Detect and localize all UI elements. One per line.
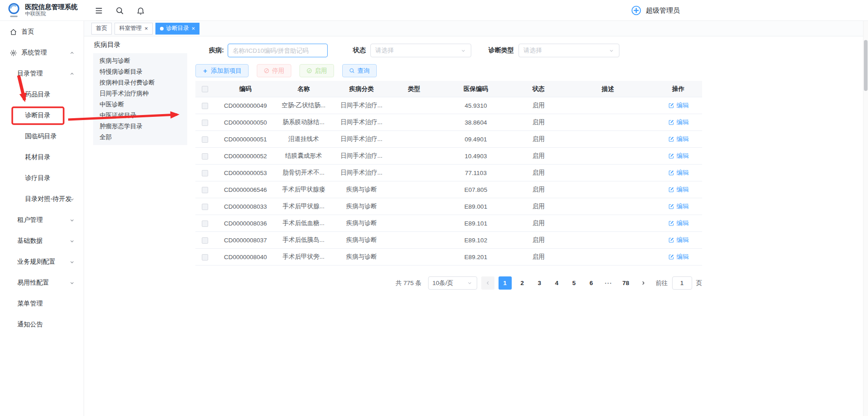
sidebar-item-label: 诊断目录: [25, 111, 50, 120]
bell-icon[interactable]: [136, 6, 145, 15]
row-checkbox[interactable]: [195, 119, 215, 125]
cell-code: CD0000000049: [215, 102, 276, 109]
edit-button[interactable]: 编辑: [668, 152, 689, 160]
close-icon[interactable]: ×: [145, 25, 148, 31]
sidebar-item-菜单管理[interactable]: 菜单管理: [0, 293, 84, 314]
edit-button[interactable]: 编辑: [668, 236, 689, 244]
catalog-item-特慢病诊断目录[interactable]: 特慢病诊断目录: [93, 66, 187, 77]
column-header-category: 疾病分类: [331, 85, 392, 93]
cell-category: 疾病与诊断: [331, 185, 392, 194]
catalog-item-日间手术治疗病种[interactable]: 日间手术治疗病种: [93, 88, 187, 99]
prev-page-button[interactable]: [481, 276, 494, 290]
page-button-5[interactable]: 5: [568, 276, 581, 290]
sidebar-item-目录对照-待开发[interactable]: 目录对照-待开发: [0, 189, 84, 210]
cell-name: 空肠-乙状结肠...: [276, 101, 331, 110]
more-pages-button[interactable]: ···: [602, 276, 615, 290]
cell-name: 肠系膜动脉结...: [276, 118, 331, 126]
page-button-3[interactable]: 3: [533, 276, 546, 290]
tab-科室管理[interactable]: 科室管理×: [115, 23, 153, 35]
row-checkbox[interactable]: [195, 152, 215, 159]
next-page-button[interactable]: [637, 276, 650, 290]
diagnosis-type-select[interactable]: 请选择: [519, 44, 619, 57]
catalog-item-肿瘤形态学目录[interactable]: 肿瘤形态学目录: [93, 121, 187, 132]
sidebar-item-首页[interactable]: 首页: [0, 21, 84, 42]
topbar-icons: [95, 0, 145, 21]
row-checkbox[interactable]: [195, 203, 215, 210]
row-checkbox[interactable]: [195, 236, 215, 243]
catalog-item-中医诊断[interactable]: 中医诊断: [93, 99, 187, 110]
sidebar-item-药品目录[interactable]: 药品目录: [0, 84, 84, 105]
sidebar-item-基础数据[interactable]: 基础数据: [0, 231, 84, 251]
sidebar-item-系统管理[interactable]: 系统管理: [0, 42, 84, 63]
edit-button[interactable]: 编辑: [668, 219, 689, 227]
cell-name: 手术后低血糖...: [276, 219, 331, 227]
page-button-78[interactable]: 78: [619, 276, 633, 290]
search-icon[interactable]: [115, 6, 124, 15]
sidebar-item-业务规则配置[interactable]: 业务规则配置: [0, 251, 84, 272]
goto-page-input[interactable]: [672, 276, 692, 290]
page-button-1[interactable]: 1: [499, 276, 512, 290]
page-button-4[interactable]: 4: [550, 276, 564, 290]
scrollbar-thumb[interactable]: [864, 40, 868, 91]
sidebar-item-耗材目录[interactable]: 耗材目录: [0, 147, 84, 168]
row-checkbox[interactable]: [195, 102, 215, 109]
edit-button[interactable]: 编辑: [668, 169, 689, 177]
query-button[interactable]: 查询: [342, 64, 377, 77]
row-checkbox[interactable]: [195, 169, 215, 176]
cell-category: 日间手术治疗...: [331, 169, 392, 177]
table-row: CD0000000051泪道挂线术日间手术治疗...09.4901启用编辑: [195, 131, 702, 148]
sidebar-item-租户管理[interactable]: 租户管理: [0, 210, 84, 231]
disable-button[interactable]: 停用: [257, 64, 291, 77]
tab-诊断目录[interactable]: 诊断目录×: [155, 23, 200, 35]
user-menu[interactable]: 超级管理员: [631, 0, 680, 21]
page-button-2[interactable]: 2: [516, 276, 529, 290]
edit-button[interactable]: 编辑: [668, 118, 689, 126]
page-button-6[interactable]: 6: [585, 276, 598, 290]
disease-filter-label: 疾病:: [209, 46, 224, 55]
cell-insurance_code: E89.001: [436, 203, 516, 210]
row-checkbox[interactable]: [195, 253, 215, 260]
edit-button[interactable]: 编辑: [668, 101, 689, 110]
close-icon[interactable]: ×: [192, 25, 195, 31]
app-logo: 医院信息管理系统 中联医院: [6, 2, 86, 18]
enable-button[interactable]: 启用: [299, 64, 334, 77]
row-checkbox[interactable]: [195, 135, 215, 142]
sidebar-item-诊断目录[interactable]: 诊断目录: [0, 105, 84, 126]
sidebar-item-易用性配置[interactable]: 易用性配置: [0, 272, 84, 293]
edit-button[interactable]: 编辑: [668, 135, 689, 143]
cell-action: 编辑: [654, 135, 702, 144]
cell-name: 手术后甲状腺瘘: [276, 185, 331, 194]
edit-label: 编辑: [677, 185, 689, 194]
select-all-checkbox[interactable]: [195, 85, 215, 92]
catalog-item-疾病与诊断[interactable]: 疾病与诊断: [93, 55, 187, 66]
edit-label: 编辑: [677, 236, 689, 244]
catalog-item-中医证候目录[interactable]: 中医证候目录: [93, 110, 187, 121]
sidebar-item-国临码目录[interactable]: 国临码目录: [0, 126, 84, 147]
catalog-item-全部[interactable]: 全部: [93, 132, 187, 143]
add-item-button[interactable]: + 添加新项目: [195, 64, 249, 77]
sidebar-item-通知公告[interactable]: 通知公告: [0, 314, 84, 335]
scrollbar-track[interactable]: [863, 21, 868, 416]
edit-button[interactable]: 编辑: [668, 202, 689, 211]
edit-button[interactable]: 编辑: [668, 253, 689, 261]
app-title: 医院信息管理系统: [25, 3, 78, 11]
status-select[interactable]: 请选择: [370, 44, 471, 57]
sidebar-item-诊疗目录[interactable]: 诊疗目录: [0, 168, 84, 189]
cell-action: 编辑: [654, 169, 702, 177]
tab-首页[interactable]: 首页: [91, 23, 112, 35]
medical-cross-icon: [631, 5, 642, 16]
menu-collapse-icon[interactable]: [95, 6, 103, 15]
cell-status: 启用: [516, 236, 561, 244]
disease-search-input[interactable]: [228, 44, 328, 57]
tab-label: 首页: [96, 25, 107, 32]
goto-label: 前往: [656, 279, 668, 287]
edit-button[interactable]: 编辑: [668, 185, 689, 194]
row-checkbox[interactable]: [195, 220, 215, 226]
table-row: CD0000000053肋骨切开术不...日间手术治疗...77.1103启用编…: [195, 165, 702, 181]
disable-label: 停用: [272, 67, 284, 75]
sidebar-item-目录管理[interactable]: 目录管理: [0, 63, 84, 84]
row-checkbox[interactable]: [195, 186, 215, 193]
chevron-down-icon: [460, 48, 466, 54]
page-size-select[interactable]: 10条/页: [428, 276, 477, 290]
catalog-item-按病种目录付费诊断[interactable]: 按病种目录付费诊断: [93, 77, 187, 88]
